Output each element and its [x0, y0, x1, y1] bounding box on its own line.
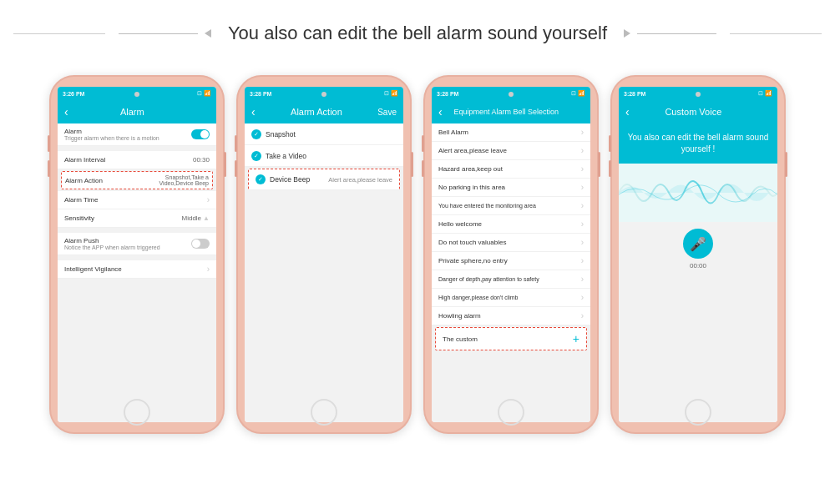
mic-button[interactable]: 🎤: [683, 229, 713, 259]
home-btn-4[interactable]: [685, 399, 711, 426]
phone-4: 3:28 PM ⊡ 📶 ‹ Custom Voice You also can …: [610, 75, 786, 434]
alarm-time-row[interactable]: Alarm Time ›: [58, 191, 216, 209]
phone-3: 3:28 PM ⊡ 📶 ‹ Equipment Alarm Bell Selec…: [423, 75, 599, 434]
bell-item-9[interactable]: Danger of depth,pay attention to safety …: [432, 270, 590, 289]
bell-item-6[interactable]: Hello welcome ›: [432, 215, 590, 234]
status-bar-3: 3:28 PM ⊡ 📶: [432, 87, 590, 100]
bell-item-4[interactable]: No parking in this area ›: [432, 179, 590, 197]
bell-item-10[interactable]: High danger,please don't climb ›: [432, 289, 590, 307]
intelligent-vigilance-row[interactable]: Intelligent Vigilance ›: [58, 260, 216, 279]
alarm-push-row[interactable]: Alarm Push Notice the APP when alarm tri…: [58, 233, 216, 255]
icons-2: ⊡ 📶: [384, 90, 398, 97]
nav-title-1: Alarm: [68, 107, 196, 117]
nav-bar-1: ‹ Alarm: [58, 100, 216, 123]
banner-decor-left: [119, 29, 210, 38]
time-3: 3:28 PM: [437, 91, 458, 97]
time-2: 3:28 PM: [250, 91, 271, 97]
take-video-check: [251, 151, 261, 161]
nav-title-2: Alarm Action: [256, 107, 378, 117]
timer-display: 00:00: [690, 262, 706, 270]
content-2: Snapshot Take a Video Device Beep Alert …: [245, 123, 403, 422]
device-beep-check: [256, 174, 266, 184]
icons-1: ⊡ 📶: [197, 90, 211, 97]
bell-item-1[interactable]: Bell Alarm ›: [432, 123, 590, 142]
content-1: Alarm Trigger alarm when there is a moti…: [58, 123, 216, 422]
bell-item-5[interactable]: You have entered the monitoring area ›: [432, 197, 590, 215]
nav-title-3: Equipment Alarm Bell Selection: [443, 108, 570, 116]
phone-2: 3:28 PM ⊡ 📶 ‹ Alarm Action Save Snapshot: [236, 75, 412, 434]
phones-container: 3:26 PM ⊡ 📶 ‹ Alarm Alarm Trigger alarm …: [0, 67, 835, 434]
wave-svg: [619, 168, 777, 218]
bell-item-7[interactable]: Do not touch valuables ›: [432, 234, 590, 252]
alarm-interval-row[interactable]: Alarm Interval 00:30: [58, 151, 216, 169]
mic-icon: 🎤: [690, 236, 706, 252]
alarm-action-row[interactable]: Alarm Action Snapshot,Take a Video,Devic…: [61, 171, 213, 189]
custom-bell-item[interactable]: The custom +: [435, 327, 587, 350]
bell-item-8[interactable]: Private sphere,no entry ›: [432, 252, 590, 270]
screen-1: 3:26 PM ⊡ 📶 ‹ Alarm Alarm Trigger alarm …: [58, 87, 216, 422]
status-bar-4: 3:28 PM ⊡ 📶: [619, 87, 777, 100]
home-btn-2[interactable]: [311, 399, 337, 426]
nav-title-4: Custom Voice: [630, 107, 757, 117]
icons-4: ⊡ 📶: [758, 90, 772, 97]
nav-bar-4: ‹ Custom Voice: [619, 100, 777, 123]
device-beep-item[interactable]: Device Beep Alert area,please leave: [248, 169, 400, 190]
take-video-item[interactable]: Take a Video: [245, 145, 403, 167]
header-banner: You also can edit the bell alarm sound y…: [0, 0, 835, 67]
custom-voice-message: You also can edit the bell alarm sound y…: [619, 123, 777, 164]
bell-item-2[interactable]: Alert area,please leave ›: [432, 142, 590, 160]
status-bar-1: 3:26 PM ⊡ 📶: [58, 87, 216, 100]
home-btn-3[interactable]: [498, 399, 524, 426]
phone-1: 3:26 PM ⊡ 📶 ‹ Alarm Alarm Trigger alarm …: [49, 75, 225, 434]
nav-bar-2: ‹ Alarm Action Save: [245, 100, 403, 123]
alarm-toggle[interactable]: [191, 129, 210, 139]
nav-bar-3: ‹ Equipment Alarm Bell Selection: [432, 100, 590, 123]
snapshot-item[interactable]: Snapshot: [245, 123, 403, 145]
wave-visualization: [619, 164, 777, 222]
time-4: 3:28 PM: [624, 91, 645, 97]
save-btn-2[interactable]: Save: [377, 108, 397, 117]
status-bar-2: 3:28 PM ⊡ 📶: [245, 87, 403, 100]
sensitivity-row[interactable]: Sensitivity Middle ▲: [58, 209, 216, 228]
icons-3: ⊡ 📶: [571, 90, 585, 97]
alarm-push-toggle[interactable]: [191, 239, 210, 249]
alarm-row[interactable]: Alarm Trigger alarm when there is a moti…: [58, 123, 216, 146]
banner-decor-right: [624, 29, 716, 38]
content-3: Bell Alarm › Alert area,please leave › H…: [432, 123, 590, 422]
home-btn-1[interactable]: [124, 399, 150, 426]
snapshot-check: [251, 129, 261, 139]
screen-4: 3:28 PM ⊡ 📶 ‹ Custom Voice You also can …: [619, 87, 777, 422]
bell-item-3[interactable]: Hazard area,keep out ›: [432, 160, 590, 179]
screen-2: 3:28 PM ⊡ 📶 ‹ Alarm Action Save Snapshot: [245, 87, 403, 422]
banner-title: You also can edit the bell alarm sound y…: [211, 23, 624, 44]
bell-item-11[interactable]: Howling alarm ›: [432, 307, 590, 325]
screen-3: 3:28 PM ⊡ 📶 ‹ Equipment Alarm Bell Selec…: [432, 87, 590, 422]
time-1: 3:26 PM: [63, 91, 84, 97]
mic-button-area: 🎤 00:00: [619, 222, 777, 276]
content-4: You also can edit the bell alarm sound y…: [619, 123, 777, 422]
add-icon[interactable]: +: [573, 332, 579, 345]
